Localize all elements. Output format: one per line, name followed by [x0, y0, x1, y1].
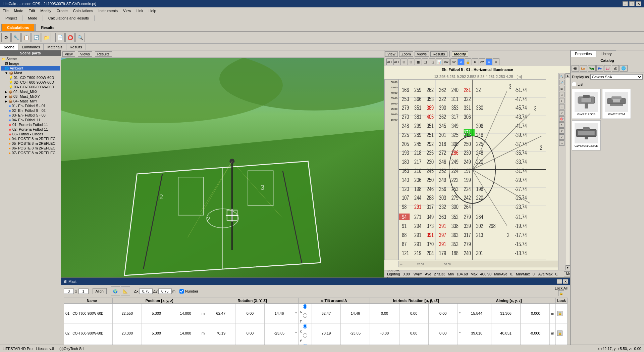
side-btn-10[interactable]: ↗	[559, 128, 565, 134]
tree-poste3[interactable]: ● 06- POSTE 8 m 2REFLEC	[1, 146, 60, 150]
side-btn-7[interactable]: ⤢	[559, 110, 565, 116]
row1-pz[interactable]	[172, 311, 199, 316]
side-btn-2[interactable]: 🔎	[559, 80, 565, 85]
world-btn[interactable]: 🌍	[111, 287, 120, 296]
scene-tab-results[interactable]: Results	[66, 44, 86, 50]
res-zoom-btn[interactable]: Zoom	[399, 51, 413, 57]
row1-rz[interactable]	[266, 311, 292, 316]
tree-poste1[interactable]: ● 04- POSTE 8 m 2REFLEC	[1, 136, 60, 141]
row1-irb[interactable]	[401, 311, 427, 316]
grid-y-input[interactable]	[78, 289, 89, 294]
row2-rz[interactable]	[266, 331, 292, 336]
side-btn-5[interactable]: ↕	[559, 98, 565, 103]
tree-poste4[interactable]: ● 07- POSTE 8 m 2REFLEC	[1, 150, 60, 155]
res-icon-6[interactable]: ◫	[422, 58, 428, 65]
row1-tiltang[interactable]	[342, 311, 368, 316]
row2-irtz[interactable]	[430, 331, 456, 336]
row2-py[interactable]	[143, 331, 169, 336]
res-results-btn[interactable]: Results	[430, 51, 447, 57]
menu-file[interactable]: File	[0, 8, 11, 13]
row2-ay[interactable]	[493, 331, 519, 336]
row2-irb[interactable]	[401, 331, 427, 336]
res-icon-av[interactable]: AV	[450, 58, 457, 65]
tab-results[interactable]: Results	[35, 24, 60, 31]
dialog-minimize-btn[interactable]: –	[557, 279, 562, 284]
res-icon-1[interactable]: OFF	[386, 58, 393, 65]
lock-all-btn[interactable]: 🔒	[558, 290, 564, 296]
row1-lock-btn[interactable]: 🔒	[557, 311, 562, 316]
res-modify-btn[interactable]: Modify	[452, 51, 468, 57]
res-icon-3[interactable]: ⊞	[400, 58, 407, 65]
tree-eh1[interactable]: ■ 01- Eh- Fútbol 5 - 01	[1, 103, 60, 108]
res-icon-9[interactable]: csv	[443, 58, 449, 65]
res-icon-u[interactable]: U	[458, 58, 464, 65]
side-btn-3[interactable]: ⊞	[559, 86, 565, 91]
maximize-button[interactable]: □	[629, 1, 635, 6]
tree-co1[interactable]: 💡 01- CO-T600-900W-60D	[1, 75, 60, 80]
prop-tab-properties[interactable]: Properties	[571, 50, 596, 57]
res-icon-8[interactable]: 📊	[436, 58, 442, 65]
res-icon-4[interactable]: ⊟	[408, 58, 414, 65]
res-icon-7[interactable]: ⬚	[429, 58, 435, 65]
align-btn[interactable]: Align	[93, 288, 107, 294]
row1-tiltval[interactable]	[313, 311, 339, 316]
row1-rx[interactable]	[208, 311, 234, 316]
row2-az[interactable]	[522, 331, 548, 336]
row1-name-input[interactable]	[72, 312, 111, 315]
tree-co2[interactable]: 💡 02- CO-T600-900W-60D	[1, 80, 60, 85]
row1-ira[interactable]	[371, 311, 397, 316]
catalog-item-gwr5173m[interactable]: GWR5173M	[602, 89, 631, 119]
tree-mastmirxy[interactable]: ▶ 📦 03- Mast_MirXY	[1, 94, 60, 99]
row1-py[interactable]	[143, 311, 169, 316]
tree-futbol-lineas[interactable]: ◆ 03- Futbol - Lineas	[1, 132, 60, 136]
row2-tiltx-radio[interactable]	[300, 324, 310, 328]
catalog-item-gws4041gs30k[interactable]: GWS4041GS30K	[572, 120, 601, 150]
tree-co3[interactable]: 💡 03- CO-T600-900W-60D	[1, 85, 60, 89]
side-btn-6[interactable]: ↔	[559, 104, 565, 109]
catalog-ld-btn[interactable]: Ld	[604, 65, 611, 72]
catalog-4d-btn[interactable]: 4D	[572, 65, 579, 72]
tree-poste2[interactable]: ● 05- POSTE 8 m 2REFLEC	[1, 141, 60, 146]
res-icon-av2[interactable]: AV	[479, 58, 485, 65]
menu-mode[interactable]: Mode	[11, 8, 26, 13]
menu-instruments[interactable]: Instruments	[96, 8, 120, 13]
scroll-down-btn[interactable]: ▼	[566, 265, 570, 270]
menu-help[interactable]: Help	[146, 8, 159, 13]
tree-eh3[interactable]: ■ 03- Eh- Fútbol 5 - 03	[1, 113, 60, 118]
row1-px[interactable]	[114, 311, 140, 316]
tree-mast[interactable]: ▼ 📦 Mast	[1, 71, 60, 75]
row2-tilty-radio[interactable]	[300, 333, 310, 338]
menu-link[interactable]: Link	[134, 8, 146, 13]
vp-results-btn[interactable]: Results	[95, 51, 112, 57]
row1-irtz[interactable]	[430, 311, 456, 316]
row1-tilty-radio[interactable]	[300, 313, 310, 318]
row1-az[interactable]	[522, 311, 548, 316]
vp-view-btn[interactable]: View	[62, 51, 75, 57]
side-btn-11[interactable]: ↙	[559, 134, 565, 140]
close-button[interactable]: ✕	[636, 1, 641, 6]
menu-create[interactable]: Create	[54, 8, 70, 13]
minimize-button[interactable]: –	[623, 1, 628, 6]
menu-calculations[interactable]: Calculations	[70, 8, 96, 13]
side-btn-1[interactable]: 🔍	[559, 74, 565, 79]
side-btn-12[interactable]: ↘	[559, 140, 565, 146]
row2-rx[interactable]	[208, 331, 234, 336]
row2-ry[interactable]	[237, 331, 263, 336]
catalog-pv-btn[interactable]: Pv	[596, 65, 603, 72]
side-btn-8[interactable]: 🎯	[559, 116, 565, 122]
toolbar-btn-7[interactable]: ⭕	[65, 33, 75, 42]
tree-scene[interactable]: 📁 Scene	[1, 56, 60, 61]
tree-mastmiry[interactable]: ▶ 📦 04- Mast_MirY	[1, 99, 60, 103]
grid-x-input[interactable]	[64, 289, 74, 294]
res-icon-5[interactable]: ▦	[415, 58, 421, 65]
scene-tab-materials[interactable]: Materials	[44, 44, 66, 50]
catalog-print-btn[interactable]: 🖨	[612, 65, 619, 72]
res-icon-u2[interactable]: U	[486, 58, 492, 65]
row2-pz[interactable]	[172, 331, 199, 336]
res-view-btn[interactable]: View	[385, 51, 398, 57]
toolbar-btn-8[interactable]: 🔍	[75, 33, 85, 42]
tree-eh4[interactable]: ■ 04- Eh- Fútbol 11	[1, 118, 60, 122]
row1-ax[interactable]	[464, 311, 490, 316]
row2-ax[interactable]	[464, 331, 490, 336]
tab-calculations[interactable]: Calculations	[1, 24, 35, 31]
